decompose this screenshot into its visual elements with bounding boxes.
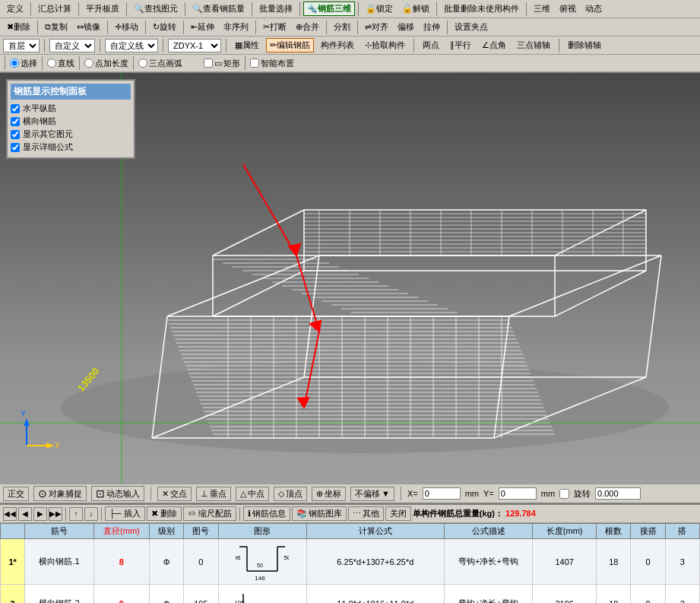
toolbar-btn-del-axis[interactable]: 删除辅轴 xyxy=(564,38,605,52)
toolbar-btn-view-rebar[interactable]: 🔍 查看钢筋量 xyxy=(188,2,249,16)
svg-text:50: 50 xyxy=(257,563,263,568)
x-input[interactable] xyxy=(423,487,461,500)
btn-close[interactable]: 关闭 xyxy=(385,506,411,521)
toolbar-btn-rotate[interactable]: ↻ 旋转 xyxy=(149,20,180,34)
toolbar-btn-batch-select[interactable]: 批量选择 xyxy=(255,2,296,16)
toolbar-btn-copy[interactable]: ⧉ 复制 xyxy=(41,20,71,34)
btn-delete-row[interactable]: ✖ 删除 xyxy=(147,506,182,521)
btn-scale-rebar[interactable]: ⇔ 缩尺配筋 xyxy=(183,506,236,521)
cell-count-2: 18 xyxy=(597,585,631,604)
toolbar-btn-3d[interactable]: 三维 xyxy=(530,2,554,16)
toolbar-btn-batch-delete[interactable]: 批量删除未使用构件 xyxy=(440,2,523,16)
btn-insert[interactable]: ├─ 插入 xyxy=(105,506,145,521)
svg-text:108: 108 xyxy=(236,599,245,603)
cell-grade-2: Φ xyxy=(150,585,184,604)
svg-text:146: 146 xyxy=(255,575,265,582)
toolbar-btn-split[interactable]: 分割 xyxy=(330,20,354,34)
th-count: 根数 xyxy=(597,524,631,539)
toolbar-btn-parallel[interactable]: ∥ 平行 xyxy=(446,38,475,52)
btn-rebar-info[interactable]: ℹ 钢筋信息 xyxy=(243,506,290,521)
checkbox-transverse-rebar[interactable] xyxy=(11,117,20,126)
rotate-checkbox[interactable] xyxy=(559,489,569,499)
nav-prev[interactable]: ◀ xyxy=(18,507,32,521)
btn-no-offset[interactable]: 不偏移 ▼ xyxy=(350,487,394,501)
draw-arc-radio[interactable]: 三点画弧 xyxy=(138,58,182,69)
layer-select-custom[interactable]: 自定义 xyxy=(49,39,95,52)
toolbar-btn-rebar-3d[interactable]: 🔩 钢筋三维 xyxy=(303,2,355,16)
rotate-input[interactable] xyxy=(595,487,641,500)
sep-t2-2 xyxy=(107,21,108,34)
btn-coord[interactable]: ⊕ 坐标 xyxy=(312,487,346,501)
toolbar-btn-define[interactable]: 定义 xyxy=(3,2,27,16)
toolbar-btn-extend[interactable]: ⇤ 延伸 xyxy=(187,20,218,34)
checkbox-detail-formula[interactable] xyxy=(11,143,20,152)
nav-next[interactable]: ▶ xyxy=(33,507,47,521)
sep-d2 xyxy=(79,56,80,70)
btn-vertex[interactable]: ◇ 顶点 xyxy=(274,487,307,501)
separator-4 xyxy=(185,2,185,16)
cell-formula-1: 6.25*d+1307+6.25*d xyxy=(306,539,444,585)
nav-up[interactable]: ↑ xyxy=(69,507,83,521)
toolbar-row-1: 定义 汇总计算 平升板质 🔍 查找图元 🔍 查看钢筋量 批量选择 🔩 钢筋三维 … xyxy=(0,0,700,18)
toolbar-btn-three-pt-axis[interactable]: 三点辅轴 xyxy=(513,38,554,52)
draw-rect-radio[interactable]: ▭ 矩形 xyxy=(204,58,240,69)
toolbar-btn-unlock[interactable]: 🔓 解锁 xyxy=(398,2,433,16)
checkbox-horizontal-rebar[interactable] xyxy=(11,104,20,113)
toolbar-btn-angle[interactable]: ∠ 点角 xyxy=(478,38,510,52)
toolbar-btn-calc[interactable]: 汇总计算 xyxy=(34,2,75,16)
table-row[interactable]: 1* 横向钢筋.1 8 Φ 0 xyxy=(1,539,700,585)
toolbar-btn-comp-list[interactable]: 构件列表 xyxy=(317,38,358,52)
btn-rebar-lib[interactable]: 📚 钢筋图库 xyxy=(292,506,347,521)
toolbar-btn-offset[interactable]: 偏移 xyxy=(394,20,418,34)
draw-line-radio[interactable]: 直线 xyxy=(47,58,74,69)
cell-shape-1: 0 xyxy=(184,539,218,585)
toolbar-btn-prop[interactable]: ▦ 属性 xyxy=(231,38,263,52)
nav-down[interactable]: ↓ xyxy=(84,507,98,521)
toolbar-btn-merge[interactable]: ⊕ 合并 xyxy=(292,20,323,34)
btn-midpoint[interactable]: △ 中点 xyxy=(236,487,269,501)
nav-last[interactable]: ▶▶ xyxy=(49,507,62,521)
toolbar-btn-stretch[interactable]: 拉伸 xyxy=(420,20,444,34)
layer-select-linename[interactable]: ZDYX-1 xyxy=(168,39,221,52)
toolbar-btn-top[interactable]: 俯视 xyxy=(556,2,580,16)
toolbar-btn-find[interactable]: 🔍 查找图元 xyxy=(130,2,182,16)
nav-first[interactable]: ◀◀ xyxy=(3,507,17,521)
draw-select-radio[interactable]: 选择 xyxy=(10,58,37,69)
layer-select-linetype[interactable]: 自定义线 xyxy=(105,39,158,52)
toolbar-btn-mirror[interactable]: ⇔ 镜像 xyxy=(73,20,104,34)
btn-intersection[interactable]: ✕ 交点 xyxy=(157,487,192,501)
sep-d1 xyxy=(42,56,43,70)
btn-osnap[interactable]: ⊙ 对象捕捉 xyxy=(33,486,87,501)
btn-perpendicular[interactable]: ⊥ 垂点 xyxy=(196,487,231,501)
toolbar-btn-two-pt[interactable]: 两点 xyxy=(419,38,443,52)
toolbar-btn-delete[interactable]: ✖ 删除 xyxy=(3,20,34,34)
sep-t2-3 xyxy=(145,21,146,34)
sep-d4 xyxy=(245,56,245,70)
y-input[interactable] xyxy=(499,487,537,500)
draw-pointlen-radio[interactable]: 点加长度 xyxy=(84,58,128,69)
draw-smart-radio[interactable]: 智能布置 xyxy=(250,58,294,69)
btn-ortho[interactable]: 正交 xyxy=(3,487,29,501)
sep-l1 xyxy=(44,39,45,52)
toolbar-btn-nonseq[interactable]: 非序列 xyxy=(220,20,252,34)
cell-connect-1: 0 xyxy=(631,539,665,585)
checkbox-other-elems[interactable] xyxy=(11,130,20,139)
table-row[interactable]: 2 横向钢筋.2 8 Φ 195 108 350 xyxy=(1,585,700,604)
toolbar-btn-move[interactable]: ✛ 移动 xyxy=(111,20,142,34)
btn-other[interactable]: ⋯ 其他 xyxy=(348,506,384,521)
cell-num-2: 2 xyxy=(1,585,25,604)
toolbar-btn-lock[interactable]: 🔒 锁定 xyxy=(362,2,397,16)
sep-nav2 xyxy=(101,507,102,521)
toolbar-btn-pick-comp[interactable]: ⊹ 拾取构件 xyxy=(361,38,409,52)
btn-dynin[interactable]: ⊡ 动态输入 xyxy=(91,486,144,501)
toolbar-btn-edit-rebar[interactable]: ✏ 编辑钢筋 xyxy=(266,38,314,52)
cell-len-1: 1407 xyxy=(533,539,597,585)
toolbar-btn-dynamic[interactable]: 动态 xyxy=(581,2,606,16)
layer-select-floor[interactable]: 首层 xyxy=(3,39,40,52)
rebar-table-container[interactable]: 筋号 直径(mm) 级别 图号 图形 计算公式 公式描述 长度(mm) 根数 接… xyxy=(0,523,700,603)
toolbar-btn-flat[interactable]: 平升板质 xyxy=(82,2,123,16)
toolbar-btn-break[interactable]: ✂ 打断 xyxy=(259,20,290,34)
toolbar-btn-set-grip[interactable]: 设置夹点 xyxy=(451,20,492,34)
sep-sb1 xyxy=(150,487,151,500)
toolbar-btn-align[interactable]: ⇌ 对齐 xyxy=(361,20,392,34)
